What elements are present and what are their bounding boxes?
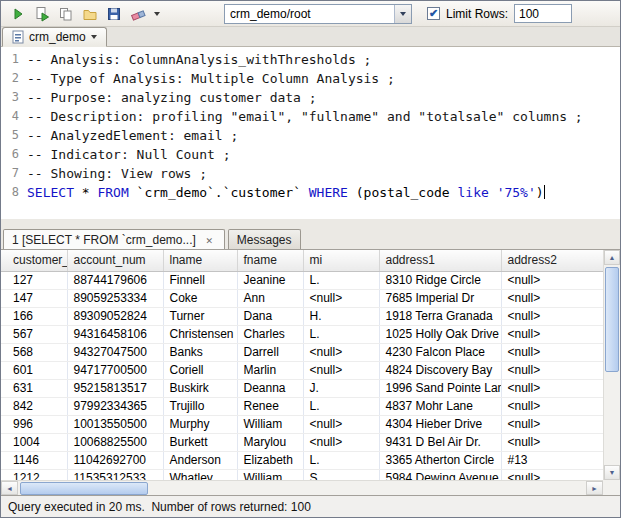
column-header-mi[interactable]: mi [303, 250, 379, 271]
table-cell: <null> [501, 307, 603, 325]
editor-line[interactable]: 8SELECT * FROM `crm_demo`.`customer` WHE… [1, 183, 620, 202]
column-header-account_num[interactable]: account_num [67, 250, 163, 271]
table-cell: 9431 D Bel Air Dr. [379, 433, 501, 451]
table-cell: 147 [1, 289, 67, 307]
column-header-customer_id[interactable]: customer_id [1, 250, 67, 271]
clear-editor-icon[interactable] [126, 3, 149, 25]
messages-tab-label: Messages [237, 233, 292, 247]
results-tab-label: 1 [SELECT * FROM `crm_demo...] [12, 233, 196, 247]
table-cell: 631 [1, 379, 67, 397]
open-folder-icon[interactable] [78, 3, 101, 25]
table-row[interactable]: 56794316458106ChristensenCharlesL.1025 H… [1, 325, 603, 343]
results-tab-messages[interactable]: Messages [228, 229, 301, 250]
text-caret [544, 185, 545, 199]
vertical-scrollbar[interactable]: ▲ ▼ [603, 250, 620, 480]
chevron-down-icon [91, 35, 97, 39]
table-row[interactable]: 16689309052824TurnerDanaH.1918 Terra Gra… [1, 307, 603, 325]
save-icon[interactable] [102, 3, 125, 25]
status-text: Query executed in 20 ms. Number of rows … [8, 500, 311, 514]
connection-combo[interactable]: crm_demo/root [224, 4, 412, 24]
table-cell: <null> [501, 415, 603, 433]
table-cell: 3365 Atherton Circle [379, 451, 501, 469]
limit-rows-input[interactable] [514, 4, 572, 23]
code-text: SELECT * FROM `crm_demo`.`customer` WHER… [27, 183, 545, 202]
table-row[interactable]: 100410068825500BurkettMarylou<null>9431 … [1, 433, 603, 451]
editor-line[interactable]: 1-- Analysis: ColumnAnalysis_withThresho… [1, 50, 620, 69]
table-cell: Christensen [163, 325, 237, 343]
table-cell: Ann [237, 289, 303, 307]
column-header-fname[interactable]: fname [237, 250, 303, 271]
table-cell: 94316458106 [67, 325, 163, 343]
code-text: -- Indicator: Null Count ; [27, 145, 231, 164]
editor-line[interactable]: 4-- Description: profiling "email", "ful… [1, 107, 620, 126]
horizontal-scroll-thumb[interactable] [20, 482, 148, 495]
editor-lines: 1-- Analysis: ColumnAnalysis_withThresho… [1, 50, 620, 202]
line-number: 8 [1, 183, 27, 202]
limit-rows-checkbox[interactable]: ✔ [427, 7, 440, 20]
folder-icon [82, 6, 98, 22]
column-header-address2[interactable]: address2 [501, 250, 603, 271]
code-text: -- AnalyzedElement: email ; [27, 126, 238, 145]
column-header-lname[interactable]: lname [163, 250, 237, 271]
line-number: 3 [1, 88, 27, 107]
editor-line[interactable]: 5-- AnalyzedElement: email ; [1, 126, 620, 145]
table-row[interactable]: 114611042692700AndersonElizabethL.3365 A… [1, 451, 603, 469]
results-tab-query1[interactable]: 1 [SELECT * FROM `crm_demo...] ✕ [3, 229, 225, 250]
combo-arrow-button[interactable] [394, 5, 411, 23]
close-icon[interactable]: ✕ [203, 234, 216, 247]
splitter[interactable] [1, 219, 620, 227]
table-row[interactable]: 84297992334365TrujilloReneeL.4837 Mohr L… [1, 397, 603, 415]
status-bar: Query executed in 20 ms. Number of rows … [1, 495, 620, 517]
limit-rows-label: Limit Rows: [446, 7, 508, 21]
line-number: 2 [1, 69, 27, 88]
scroll-up-button[interactable]: ▲ [604, 250, 620, 265]
table-cell: <null> [501, 397, 603, 415]
table-cell: <null> [501, 325, 603, 343]
table-cell: 842 [1, 397, 67, 415]
editor-line[interactable]: 7-- Showing: View rows ; [1, 164, 620, 183]
editor-tab-crm-demo[interactable]: crm_demo [2, 27, 107, 47]
table-cell: 1146 [1, 451, 67, 469]
play-icon [10, 6, 26, 22]
table-row[interactable]: 99610013550500MurphyWilliam<null>4304 Hi… [1, 415, 603, 433]
table-cell: <null> [501, 289, 603, 307]
scroll-right-button[interactable]: ► [586, 481, 603, 495]
execute-script-icon[interactable] [30, 3, 53, 25]
table-cell: 4304 Hieber Drive [379, 415, 501, 433]
editor-line[interactable]: 3-- Purpose: analyzing customer data ; [1, 88, 620, 107]
scroll-left-button[interactable]: ◄ [1, 481, 18, 495]
table-cell: 567 [1, 325, 67, 343]
table-cell: Charles [237, 325, 303, 343]
column-header-address1[interactable]: address1 [379, 250, 501, 271]
table-row[interactable]: 63195215813517BuskirkDeannaJ.1996 Sand P… [1, 379, 603, 397]
table-cell: <null> [501, 271, 603, 289]
scroll-down-button[interactable]: ▼ [604, 465, 620, 480]
line-number: 6 [1, 145, 27, 164]
table-cell: Finnell [163, 271, 237, 289]
eraser-icon [130, 6, 146, 22]
table-cell: L. [303, 397, 379, 415]
table-cell: <null> [501, 379, 603, 397]
code-text: -- Type of Analysis: Multiple Column Ana… [27, 69, 395, 88]
table-row[interactable]: 14789059253334CokeAnn<null>7685 Imperial… [1, 289, 603, 307]
table-cell: L. [303, 451, 379, 469]
sql-editor[interactable]: 1-- Analysis: ColumnAnalysis_withThresho… [1, 47, 620, 219]
code-text: -- Showing: View rows ; [27, 164, 207, 183]
table-row[interactable]: 60194717700500CoriellMarlin<null>4824 Di… [1, 361, 603, 379]
table-cell: 95215813517 [67, 379, 163, 397]
copy-icon[interactable] [54, 3, 77, 25]
table-row[interactable]: 56894327047500BanksDarrell<null>4230 Fal… [1, 343, 603, 361]
table-cell: Renee [237, 397, 303, 415]
table-row[interactable]: 12788744179606FinnellJeanineL.8310 Ridge… [1, 271, 603, 289]
dropdown-icon[interactable] [150, 3, 163, 25]
editor-line[interactable]: 2-- Type of Analysis: Multiple Column An… [1, 69, 620, 88]
table-cell: Jeanine [237, 271, 303, 289]
execute-icon[interactable] [6, 3, 29, 25]
vertical-scroll-thumb[interactable] [605, 267, 619, 372]
table-cell: Turner [163, 307, 237, 325]
horizontal-scrollbar[interactable]: ◄ ► [1, 480, 603, 495]
editor-line[interactable]: 6-- Indicator: Null Count ; [1, 145, 620, 164]
sql-editor-window: crm_demo/root ✔ Limit Rows: crm_demo 1--… [0, 0, 621, 518]
table-cell: 601 [1, 361, 67, 379]
table-cell: 4837 Mohr Lane [379, 397, 501, 415]
